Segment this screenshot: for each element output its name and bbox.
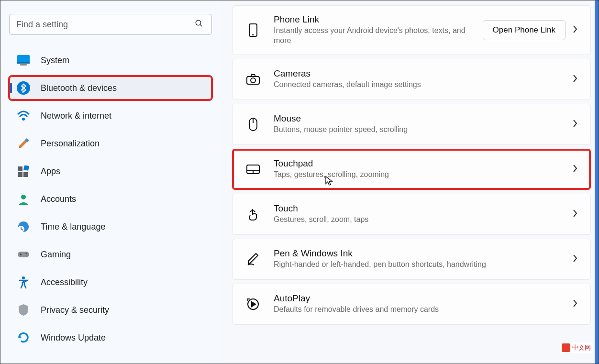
autoplay-icon [245, 296, 261, 312]
chevron-right-icon [572, 119, 578, 130]
sidebar-item-label: Accessibility [41, 277, 88, 287]
chevron-right-icon [572, 25, 578, 35]
sidebar-item-label: Gaming [41, 250, 71, 260]
chevron-right-icon [572, 74, 578, 85]
sidebar-item-label: Bluetooth & devices [41, 83, 117, 93]
svg-rect-10 [18, 172, 22, 177]
sidebar-item-accounts[interactable]: Accounts [9, 187, 212, 211]
accessibility-icon [17, 276, 30, 289]
sidebar-item-label: Windows Update [41, 333, 106, 343]
svg-point-18 [26, 254, 28, 256]
svg-point-6 [22, 118, 25, 121]
svg-point-19 [22, 276, 25, 279]
card-title: Pen & Windows Ink [274, 248, 572, 259]
sidebar-item-label: Accounts [41, 194, 76, 204]
sidebar-item-windows-update[interactable]: Windows Update [9, 326, 212, 350]
phone-icon [245, 22, 261, 38]
globe-icon [17, 220, 30, 233]
sidebar-item-accessibility[interactable]: Accessibility [9, 270, 212, 294]
touchpad-icon [245, 161, 261, 177]
card-text: Cameras Connected cameras, default image… [274, 68, 572, 90]
card-text: Touch Gestures, scroll, zoom, taps [274, 203, 572, 225]
sidebar: System Bluetooth & devices Network & int… [0, 0, 221, 364]
card-desc: Connected cameras, default image setting… [274, 80, 572, 90]
wifi-icon [17, 109, 30, 122]
card-title: Mouse [274, 113, 572, 124]
camera-icon [245, 71, 261, 88]
sidebar-item-system[interactable]: System [9, 48, 212, 72]
svg-rect-8 [18, 166, 22, 171]
svg-point-0 [196, 20, 201, 25]
card-desc: Taps, gestures, scrolling, zooming [274, 170, 572, 180]
bluetooth-icon [17, 81, 30, 95]
card-title: Phone Link [274, 14, 483, 25]
sidebar-item-label: Personalization [41, 139, 100, 149]
card-desc: Gestures, scroll, zoom, taps [274, 215, 572, 225]
svg-point-16 [20, 254, 22, 255]
chevron-right-icon [572, 209, 578, 220]
svg-point-23 [251, 78, 255, 83]
sidebar-item-privacy-security[interactable]: Privacy & security [9, 298, 212, 322]
card-touch[interactable]: Touch Gestures, scroll, zoom, taps [232, 194, 591, 235]
sidebar-item-personalization[interactable]: Personalization [9, 132, 212, 155]
svg-rect-4 [20, 64, 27, 66]
watermark-text: 中文网 [572, 343, 591, 352]
card-mouse[interactable]: Mouse Buttons, mouse pointer speed, scro… [232, 104, 591, 145]
search-icon [195, 19, 203, 30]
watermark-logo-icon [562, 343, 570, 352]
card-phone-link[interactable]: Phone Link Instantly access your Android… [232, 5, 591, 55]
sidebar-item-network[interactable]: Network & internet [9, 104, 212, 128]
svg-point-17 [25, 253, 27, 254]
search-box [9, 14, 212, 35]
svg-rect-11 [23, 172, 28, 177]
chevron-right-icon [572, 254, 578, 265]
card-title: Touchpad [274, 158, 572, 169]
update-icon [17, 331, 30, 344]
svg-rect-15 [18, 252, 29, 257]
sidebar-item-time-language[interactable]: Time & language [9, 215, 212, 239]
sidebar-item-label: Apps [41, 166, 60, 176]
sidebar-item-apps[interactable]: Apps [9, 159, 212, 183]
gamepad-icon [17, 248, 30, 261]
sidebar-item-label: Network & internet [41, 111, 111, 121]
pen-icon [245, 251, 261, 267]
sidebar-item-label: System [41, 55, 69, 66]
card-desc: Instantly access your Android device's p… [274, 26, 483, 46]
sidebar-item-gaming[interactable]: Gaming [9, 243, 212, 266]
mouse-icon [245, 116, 261, 132]
card-text: AutoPlay Defaults for removable drives a… [274, 293, 572, 315]
card-title: Touch [274, 203, 572, 214]
window-edge [595, 0, 599, 364]
svg-rect-9 [23, 165, 29, 171]
paint-icon [17, 137, 30, 150]
card-pen-ink[interactable]: Pen & Windows Ink Right-handed or left-h… [232, 239, 591, 280]
system-icon [17, 54, 30, 67]
person-icon [17, 192, 30, 206]
search-input[interactable] [9, 14, 212, 35]
main-content: Phone Link Instantly access your Android… [221, 0, 599, 364]
svg-rect-3 [17, 62, 30, 64]
card-text: Mouse Buttons, mouse pointer speed, scro… [274, 113, 572, 135]
shield-icon [17, 303, 30, 317]
card-desc: Right-handed or left-handed, pen button … [274, 260, 572, 270]
card-cameras[interactable]: Cameras Connected cameras, default image… [232, 59, 591, 100]
card-autoplay[interactable]: AutoPlay Defaults for removable drives a… [232, 284, 591, 325]
sidebar-item-label: Privacy & security [41, 305, 109, 315]
card-text: Touchpad Taps, gestures, scrolling, zoom… [274, 158, 572, 180]
apps-icon [17, 165, 30, 178]
sidebar-item-label: Time & language [41, 222, 105, 232]
svg-point-12 [21, 195, 26, 199]
touch-icon [245, 206, 261, 222]
chevron-right-icon [572, 164, 578, 175]
chevron-right-icon [572, 299, 578, 309]
card-text: Pen & Windows Ink Right-handed or left-h… [274, 248, 572, 270]
svg-line-1 [200, 25, 202, 26]
card-desc: Buttons, mouse pointer speed, scrolling [274, 125, 572, 135]
card-desc: Defaults for removable drives and memory… [274, 305, 572, 315]
open-phone-link-button[interactable]: Open Phone Link [483, 20, 566, 40]
card-touchpad[interactable]: Touchpad Taps, gestures, scrolling, zoom… [232, 149, 591, 190]
card-title: Cameras [274, 68, 572, 79]
sidebar-item-bluetooth-devices[interactable]: Bluetooth & devices [9, 76, 212, 100]
watermark: 中文网 [560, 342, 593, 353]
card-title: AutoPlay [274, 293, 572, 304]
